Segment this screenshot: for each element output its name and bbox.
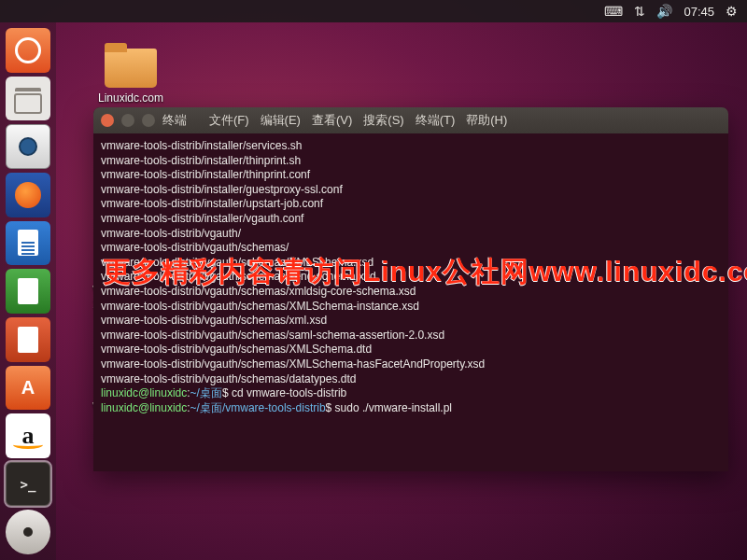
terminal-output-line: vmware-tools-distrib/vgauth/schemas/XMLS… <box>101 357 721 372</box>
terminal-menubar: 文件(F) 编辑(E) 查看(V) 搜索(S) 终端(T) 帮助(H) <box>205 113 511 129</box>
network-icon[interactable]: ⇅ <box>634 4 645 19</box>
amazon-icon[interactable] <box>6 413 50 458</box>
terminal-output-line: vmware-tools-distrib/vgauth/schemas/xenc… <box>101 270 721 285</box>
software-center-icon[interactable] <box>6 366 50 411</box>
folder-label: Linuxidc.com <box>93 91 168 105</box>
menu-file[interactable]: 文件(F) <box>205 113 253 129</box>
terminal-output-line: vmware-tools-distrib/vgauth/schemas/XMLS… <box>101 300 721 315</box>
camera-icon[interactable] <box>6 124 50 169</box>
terminal-body[interactable]: vmware-tools-distrib/installer/services.… <box>93 133 728 471</box>
terminal-output-line: vmware-tools-distrib/installer/thinprint… <box>101 168 721 183</box>
menu-view[interactable]: 查看(V) <box>308 113 356 129</box>
window-titlebar[interactable]: 终端 文件(F) 编辑(E) 查看(V) 搜索(S) 终端(T) 帮助(H) <box>93 107 728 133</box>
menu-search[interactable]: 搜索(S) <box>359 113 407 129</box>
impress-icon[interactable] <box>6 317 50 362</box>
volume-icon[interactable]: 🔊 <box>656 4 672 19</box>
dash-home-icon[interactable] <box>6 28 50 73</box>
terminal-prompt-line: linuxidc@linuxidc:~/桌面$ cd vmware-tools-… <box>101 386 721 401</box>
calc-icon[interactable] <box>6 269 50 314</box>
terminal-output-line: vmware-tools-distrib/installer/thinprint… <box>101 154 721 169</box>
terminal-output-line: vmware-tools-distrib/vgauth/schemas/xml.… <box>101 314 721 329</box>
terminal-output-line: vmware-tools-distrib/installer/guestprox… <box>101 183 721 198</box>
top-menubar: ⌨ ⇅ 🔊 07:45 ⚙ <box>0 0 747 22</box>
desktop-background: ⌨ ⇅ 🔊 07:45 ⚙ Linuxidc.com Lin 10.0.6-3 … <box>0 0 747 560</box>
writer-icon[interactable] <box>6 221 50 266</box>
terminal-prompt-line: linuxidc@linuxidc:~/桌面/vmware-tools-dist… <box>101 401 721 416</box>
unity-launcher <box>0 22 56 560</box>
terminal-output-line: vmware-tools-distrib/installer/services.… <box>101 139 721 154</box>
terminal-output-line: vmware-tools-distrib/vgauth/schemas/xmld… <box>101 285 721 300</box>
terminal-output-line: vmware-tools-distrib/vgauth/schemas/XMLS… <box>101 343 721 357</box>
disc-icon[interactable] <box>6 510 50 554</box>
window-title: 终端 <box>162 113 187 129</box>
firefox-icon[interactable] <box>6 173 50 217</box>
terminal-output-line: vmware-tools-distrib/vgauth/schemas/saml… <box>101 329 721 343</box>
terminal-output-line: vmware-tools-distrib/vgauth/schemas/data… <box>101 372 721 387</box>
gear-icon[interactable]: ⚙ <box>726 4 738 19</box>
terminal-icon[interactable] <box>6 462 50 507</box>
maximize-button[interactable] <box>142 114 155 127</box>
menu-edit[interactable]: 编辑(E) <box>257 113 304 129</box>
files-icon[interactable] <box>6 77 50 121</box>
terminal-output-line: vmware-tools-distrib/vgauth/ <box>101 227 721 242</box>
terminal-output-line: vmware-tools-distrib/installer/upstart-j… <box>101 197 721 212</box>
terminal-output-line: vmware-tools-distrib/vgauth/schemas/XMLS… <box>101 256 721 271</box>
terminal-window: 终端 文件(F) 编辑(E) 查看(V) 搜索(S) 终端(T) 帮助(H) v… <box>93 107 728 471</box>
minimize-button[interactable] <box>121 114 134 127</box>
menu-help[interactable]: 帮助(H) <box>462 113 511 129</box>
close-button[interactable] <box>101 114 114 127</box>
desktop-folder[interactable]: Linuxidc.com <box>93 49 168 105</box>
keyboard-icon[interactable]: ⌨ <box>604 4 623 19</box>
clock[interactable]: 07:45 <box>684 5 714 19</box>
terminal-output-line: vmware-tools-distrib/vgauth/schemas/ <box>101 241 721 256</box>
folder-icon <box>105 49 157 88</box>
terminal-output-line: vmware-tools-distrib/installer/vgauth.co… <box>101 212 721 227</box>
menu-terminal[interactable]: 终端(T) <box>412 113 459 129</box>
